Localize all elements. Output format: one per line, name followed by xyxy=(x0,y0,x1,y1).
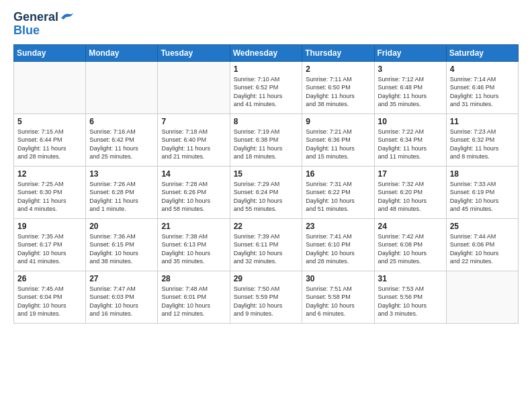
calendar-cell: 6Sunrise: 7:16 AM Sunset: 6:42 PM Daylig… xyxy=(86,113,158,166)
day-info: Sunrise: 7:15 AM Sunset: 6:44 PM Dayligh… xyxy=(17,128,82,161)
day-number: 13 xyxy=(89,169,154,179)
calendar-cell: 1Sunrise: 7:10 AM Sunset: 6:52 PM Daylig… xyxy=(230,61,302,113)
calendar-cell: 19Sunrise: 7:35 AM Sunset: 6:17 PM Dayli… xyxy=(14,218,86,271)
day-info: Sunrise: 7:36 AM Sunset: 6:15 PM Dayligh… xyxy=(89,232,154,266)
day-info: Sunrise: 7:26 AM Sunset: 6:28 PM Dayligh… xyxy=(89,180,154,214)
calendar-cell: 21Sunrise: 7:38 AM Sunset: 6:13 PM Dayli… xyxy=(158,218,230,271)
week-row-0: 1Sunrise: 7:10 AM Sunset: 6:52 PM Daylig… xyxy=(14,61,519,113)
day-info: Sunrise: 7:14 AM Sunset: 6:46 PM Dayligh… xyxy=(450,75,515,109)
day-info: Sunrise: 7:47 AM Sunset: 6:03 PM Dayligh… xyxy=(89,285,154,318)
calendar-cell xyxy=(446,271,518,323)
day-number: 2 xyxy=(306,64,370,74)
calendar-table: SundayMondayTuesdayWednesdayThursdayFrid… xyxy=(13,44,519,324)
day-info: Sunrise: 7:21 AM Sunset: 6:36 PM Dayligh… xyxy=(306,128,370,161)
day-number: 29 xyxy=(234,274,299,283)
calendar-header-row: SundayMondayTuesdayWednesdayThursdayFrid… xyxy=(14,44,519,61)
day-number: 4 xyxy=(450,64,515,74)
day-info: Sunrise: 7:12 AM Sunset: 6:48 PM Dayligh… xyxy=(378,75,443,109)
column-header-thursday: Thursday xyxy=(302,44,374,61)
column-header-tuesday: Tuesday xyxy=(158,44,230,61)
day-info: Sunrise: 7:28 AM Sunset: 6:26 PM Dayligh… xyxy=(161,180,226,214)
day-info: Sunrise: 7:11 AM Sunset: 6:50 PM Dayligh… xyxy=(306,75,370,109)
calendar-cell xyxy=(86,61,158,113)
day-info: Sunrise: 7:50 AM Sunset: 5:59 PM Dayligh… xyxy=(234,285,299,318)
column-header-monday: Monday xyxy=(86,44,158,61)
day-info: Sunrise: 7:38 AM Sunset: 6:13 PM Dayligh… xyxy=(161,232,226,266)
day-info: Sunrise: 7:23 AM Sunset: 6:32 PM Dayligh… xyxy=(450,128,515,161)
day-number: 25 xyxy=(450,222,515,231)
calendar-cell: 24Sunrise: 7:42 AM Sunset: 6:08 PM Dayli… xyxy=(374,218,446,271)
day-number: 31 xyxy=(378,274,443,283)
logo-bird-icon xyxy=(60,11,75,21)
day-info: Sunrise: 7:33 AM Sunset: 6:19 PM Dayligh… xyxy=(450,180,515,214)
calendar-cell: 7Sunrise: 7:18 AM Sunset: 6:40 PM Daylig… xyxy=(158,113,230,166)
day-number: 14 xyxy=(161,169,226,179)
day-info: Sunrise: 7:45 AM Sunset: 6:04 PM Dayligh… xyxy=(17,285,82,318)
day-number: 26 xyxy=(17,274,82,283)
calendar-cell: 4Sunrise: 7:14 AM Sunset: 6:46 PM Daylig… xyxy=(446,61,518,113)
day-number: 5 xyxy=(17,117,82,126)
day-info: Sunrise: 7:10 AM Sunset: 6:52 PM Dayligh… xyxy=(234,75,299,109)
calendar-cell: 8Sunrise: 7:19 AM Sunset: 6:38 PM Daylig… xyxy=(230,113,302,166)
day-number: 16 xyxy=(306,169,370,179)
day-number: 9 xyxy=(306,117,370,126)
day-info: Sunrise: 7:31 AM Sunset: 6:22 PM Dayligh… xyxy=(306,180,370,214)
day-info: Sunrise: 7:18 AM Sunset: 6:40 PM Dayligh… xyxy=(161,128,226,161)
logo-general: General xyxy=(13,11,58,24)
column-header-wednesday: Wednesday xyxy=(230,44,302,61)
day-number: 20 xyxy=(89,222,154,231)
page: General Blue SundayMondayTuesdayWednesda… xyxy=(0,0,532,330)
day-info: Sunrise: 7:29 AM Sunset: 6:24 PM Dayligh… xyxy=(234,180,299,214)
day-info: Sunrise: 7:51 AM Sunset: 5:58 PM Dayligh… xyxy=(306,285,370,318)
column-header-saturday: Saturday xyxy=(446,44,518,61)
day-number: 21 xyxy=(161,222,226,231)
calendar-cell: 22Sunrise: 7:39 AM Sunset: 6:11 PM Dayli… xyxy=(230,218,302,271)
day-number: 7 xyxy=(161,117,226,126)
day-number: 10 xyxy=(378,117,443,126)
week-row-3: 19Sunrise: 7:35 AM Sunset: 6:17 PM Dayli… xyxy=(14,218,519,271)
calendar-cell: 25Sunrise: 7:44 AM Sunset: 6:06 PM Dayli… xyxy=(446,218,518,271)
day-info: Sunrise: 7:48 AM Sunset: 6:01 PM Dayligh… xyxy=(161,285,226,318)
day-number: 15 xyxy=(234,169,299,179)
calendar-cell: 18Sunrise: 7:33 AM Sunset: 6:19 PM Dayli… xyxy=(446,166,518,218)
day-number: 8 xyxy=(234,117,299,126)
calendar-cell: 30Sunrise: 7:51 AM Sunset: 5:58 PM Dayli… xyxy=(302,271,374,323)
calendar-cell xyxy=(158,61,230,113)
calendar-cell: 9Sunrise: 7:21 AM Sunset: 6:36 PM Daylig… xyxy=(302,113,374,166)
calendar-cell: 3Sunrise: 7:12 AM Sunset: 6:48 PM Daylig… xyxy=(374,61,446,113)
day-info: Sunrise: 7:39 AM Sunset: 6:11 PM Dayligh… xyxy=(234,232,299,266)
calendar-cell: 26Sunrise: 7:45 AM Sunset: 6:04 PM Dayli… xyxy=(14,271,86,323)
header: General Blue xyxy=(13,11,519,38)
calendar-cell xyxy=(14,61,86,113)
day-number: 17 xyxy=(378,169,443,179)
calendar-cell: 2Sunrise: 7:11 AM Sunset: 6:50 PM Daylig… xyxy=(302,61,374,113)
day-number: 11 xyxy=(450,117,515,126)
calendar-cell: 16Sunrise: 7:31 AM Sunset: 6:22 PM Dayli… xyxy=(302,166,374,218)
day-number: 1 xyxy=(234,64,299,74)
day-number: 30 xyxy=(306,274,370,283)
day-number: 6 xyxy=(89,117,154,126)
day-number: 18 xyxy=(450,169,515,179)
logo-blue: Blue xyxy=(13,24,40,38)
day-number: 28 xyxy=(161,274,226,283)
day-number: 24 xyxy=(378,222,443,231)
day-info: Sunrise: 7:32 AM Sunset: 6:20 PM Dayligh… xyxy=(378,180,443,214)
calendar-cell: 12Sunrise: 7:25 AM Sunset: 6:30 PM Dayli… xyxy=(14,166,86,218)
column-header-friday: Friday xyxy=(374,44,446,61)
calendar-cell: 20Sunrise: 7:36 AM Sunset: 6:15 PM Dayli… xyxy=(86,218,158,271)
logo: General Blue xyxy=(13,11,75,38)
day-info: Sunrise: 7:42 AM Sunset: 6:08 PM Dayligh… xyxy=(378,232,443,266)
day-info: Sunrise: 7:53 AM Sunset: 5:56 PM Dayligh… xyxy=(378,285,443,318)
calendar-cell: 5Sunrise: 7:15 AM Sunset: 6:44 PM Daylig… xyxy=(14,113,86,166)
day-number: 22 xyxy=(234,222,299,231)
day-number: 27 xyxy=(89,274,154,283)
day-info: Sunrise: 7:25 AM Sunset: 6:30 PM Dayligh… xyxy=(17,180,82,214)
day-info: Sunrise: 7:35 AM Sunset: 6:17 PM Dayligh… xyxy=(17,232,82,266)
calendar-cell: 17Sunrise: 7:32 AM Sunset: 6:20 PM Dayli… xyxy=(374,166,446,218)
calendar-cell: 13Sunrise: 7:26 AM Sunset: 6:28 PM Dayli… xyxy=(86,166,158,218)
calendar-cell: 29Sunrise: 7:50 AM Sunset: 5:59 PM Dayli… xyxy=(230,271,302,323)
day-number: 19 xyxy=(17,222,82,231)
day-number: 3 xyxy=(378,64,443,74)
week-row-4: 26Sunrise: 7:45 AM Sunset: 6:04 PM Dayli… xyxy=(14,271,519,323)
day-info: Sunrise: 7:19 AM Sunset: 6:38 PM Dayligh… xyxy=(234,128,299,161)
